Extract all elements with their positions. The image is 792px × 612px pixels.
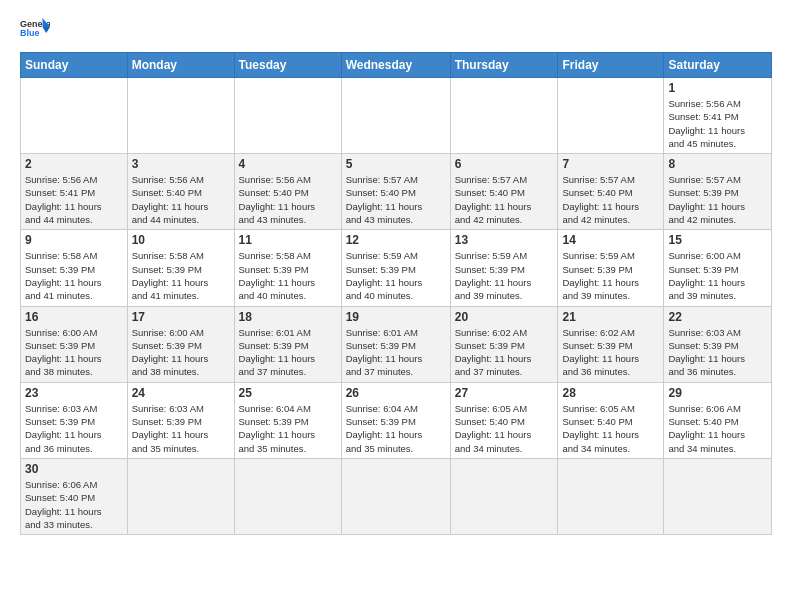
day-number: 11 [239,233,337,247]
day-number: 16 [25,310,123,324]
weekday-header-friday: Friday [558,53,664,78]
day-info: Sunrise: 6:00 AM Sunset: 5:39 PM Dayligh… [25,326,123,379]
week-row-5: 23Sunrise: 6:03 AM Sunset: 5:39 PM Dayli… [21,382,772,458]
calendar-cell: 19Sunrise: 6:01 AM Sunset: 5:39 PM Dayli… [341,306,450,382]
calendar-cell: 30Sunrise: 6:06 AM Sunset: 5:40 PM Dayli… [21,458,128,534]
day-number: 30 [25,462,123,476]
week-row-6: 30Sunrise: 6:06 AM Sunset: 5:40 PM Dayli… [21,458,772,534]
calendar-cell: 1Sunrise: 5:56 AM Sunset: 5:41 PM Daylig… [664,78,772,154]
day-info: Sunrise: 6:00 AM Sunset: 5:39 PM Dayligh… [132,326,230,379]
day-info: Sunrise: 6:02 AM Sunset: 5:39 PM Dayligh… [455,326,554,379]
calendar-cell: 18Sunrise: 6:01 AM Sunset: 5:39 PM Dayli… [234,306,341,382]
weekday-header-row: SundayMondayTuesdayWednesdayThursdayFrid… [21,53,772,78]
day-info: Sunrise: 5:59 AM Sunset: 5:39 PM Dayligh… [346,249,446,302]
calendar-cell: 3Sunrise: 5:56 AM Sunset: 5:40 PM Daylig… [127,154,234,230]
week-row-3: 9Sunrise: 5:58 AM Sunset: 5:39 PM Daylig… [21,230,772,306]
calendar-cell [234,458,341,534]
svg-marker-3 [43,27,51,33]
calendar-cell [558,78,664,154]
day-number: 15 [668,233,767,247]
calendar-cell: 15Sunrise: 6:00 AM Sunset: 5:39 PM Dayli… [664,230,772,306]
day-info: Sunrise: 6:06 AM Sunset: 5:40 PM Dayligh… [25,478,123,531]
calendar-cell: 23Sunrise: 6:03 AM Sunset: 5:39 PM Dayli… [21,382,128,458]
day-number: 14 [562,233,659,247]
day-info: Sunrise: 5:57 AM Sunset: 5:40 PM Dayligh… [455,173,554,226]
weekday-header-wednesday: Wednesday [341,53,450,78]
weekday-header-thursday: Thursday [450,53,558,78]
day-number: 3 [132,157,230,171]
day-info: Sunrise: 6:01 AM Sunset: 5:39 PM Dayligh… [346,326,446,379]
calendar-cell: 8Sunrise: 5:57 AM Sunset: 5:39 PM Daylig… [664,154,772,230]
calendar-cell: 11Sunrise: 5:58 AM Sunset: 5:39 PM Dayli… [234,230,341,306]
logo: General Blue [20,16,50,44]
day-info: Sunrise: 5:57 AM Sunset: 5:39 PM Dayligh… [668,173,767,226]
calendar-cell: 28Sunrise: 6:05 AM Sunset: 5:40 PM Dayli… [558,382,664,458]
day-number: 19 [346,310,446,324]
day-info: Sunrise: 5:59 AM Sunset: 5:39 PM Dayligh… [455,249,554,302]
day-number: 28 [562,386,659,400]
week-row-1: 1Sunrise: 5:56 AM Sunset: 5:41 PM Daylig… [21,78,772,154]
calendar-cell: 7Sunrise: 5:57 AM Sunset: 5:40 PM Daylig… [558,154,664,230]
day-number: 24 [132,386,230,400]
day-info: Sunrise: 6:06 AM Sunset: 5:40 PM Dayligh… [668,402,767,455]
day-info: Sunrise: 5:58 AM Sunset: 5:39 PM Dayligh… [132,249,230,302]
calendar-cell: 24Sunrise: 6:03 AM Sunset: 5:39 PM Dayli… [127,382,234,458]
day-number: 5 [346,157,446,171]
calendar-cell: 14Sunrise: 5:59 AM Sunset: 5:39 PM Dayli… [558,230,664,306]
weekday-header-sunday: Sunday [21,53,128,78]
day-info: Sunrise: 5:56 AM Sunset: 5:41 PM Dayligh… [25,173,123,226]
day-info: Sunrise: 6:03 AM Sunset: 5:39 PM Dayligh… [132,402,230,455]
day-number: 4 [239,157,337,171]
weekday-header-tuesday: Tuesday [234,53,341,78]
day-info: Sunrise: 6:04 AM Sunset: 5:39 PM Dayligh… [346,402,446,455]
calendar-cell: 25Sunrise: 6:04 AM Sunset: 5:39 PM Dayli… [234,382,341,458]
day-info: Sunrise: 5:57 AM Sunset: 5:40 PM Dayligh… [346,173,446,226]
calendar-cell: 6Sunrise: 5:57 AM Sunset: 5:40 PM Daylig… [450,154,558,230]
day-number: 29 [668,386,767,400]
calendar-cell: 22Sunrise: 6:03 AM Sunset: 5:39 PM Dayli… [664,306,772,382]
day-number: 9 [25,233,123,247]
calendar-cell [558,458,664,534]
day-number: 12 [346,233,446,247]
day-number: 22 [668,310,767,324]
calendar-cell: 29Sunrise: 6:06 AM Sunset: 5:40 PM Dayli… [664,382,772,458]
day-info: Sunrise: 5:59 AM Sunset: 5:39 PM Dayligh… [562,249,659,302]
svg-text:Blue: Blue [20,28,40,38]
day-number: 26 [346,386,446,400]
day-number: 10 [132,233,230,247]
week-row-2: 2Sunrise: 5:56 AM Sunset: 5:41 PM Daylig… [21,154,772,230]
day-number: 17 [132,310,230,324]
day-info: Sunrise: 6:02 AM Sunset: 5:39 PM Dayligh… [562,326,659,379]
day-info: Sunrise: 6:05 AM Sunset: 5:40 PM Dayligh… [562,402,659,455]
day-info: Sunrise: 5:56 AM Sunset: 5:40 PM Dayligh… [132,173,230,226]
day-number: 27 [455,386,554,400]
day-number: 1 [668,81,767,95]
calendar-cell [341,78,450,154]
calendar-cell [21,78,128,154]
calendar-cell: 17Sunrise: 6:00 AM Sunset: 5:39 PM Dayli… [127,306,234,382]
calendar-cell: 26Sunrise: 6:04 AM Sunset: 5:39 PM Dayli… [341,382,450,458]
day-info: Sunrise: 5:57 AM Sunset: 5:40 PM Dayligh… [562,173,659,226]
day-number: 7 [562,157,659,171]
calendar-cell [127,458,234,534]
calendar-cell: 5Sunrise: 5:57 AM Sunset: 5:40 PM Daylig… [341,154,450,230]
calendar-cell: 13Sunrise: 5:59 AM Sunset: 5:39 PM Dayli… [450,230,558,306]
day-number: 23 [25,386,123,400]
calendar-cell [450,458,558,534]
header: General Blue [20,16,772,44]
day-info: Sunrise: 6:03 AM Sunset: 5:39 PM Dayligh… [25,402,123,455]
week-row-4: 16Sunrise: 6:00 AM Sunset: 5:39 PM Dayli… [21,306,772,382]
calendar-cell [234,78,341,154]
calendar-cell [664,458,772,534]
day-info: Sunrise: 6:05 AM Sunset: 5:40 PM Dayligh… [455,402,554,455]
day-number: 25 [239,386,337,400]
calendar-cell [127,78,234,154]
day-number: 8 [668,157,767,171]
day-number: 6 [455,157,554,171]
day-number: 13 [455,233,554,247]
day-info: Sunrise: 6:04 AM Sunset: 5:39 PM Dayligh… [239,402,337,455]
calendar-cell: 27Sunrise: 6:05 AM Sunset: 5:40 PM Dayli… [450,382,558,458]
calendar: SundayMondayTuesdayWednesdayThursdayFrid… [20,52,772,535]
calendar-cell: 2Sunrise: 5:56 AM Sunset: 5:41 PM Daylig… [21,154,128,230]
calendar-cell: 4Sunrise: 5:56 AM Sunset: 5:40 PM Daylig… [234,154,341,230]
